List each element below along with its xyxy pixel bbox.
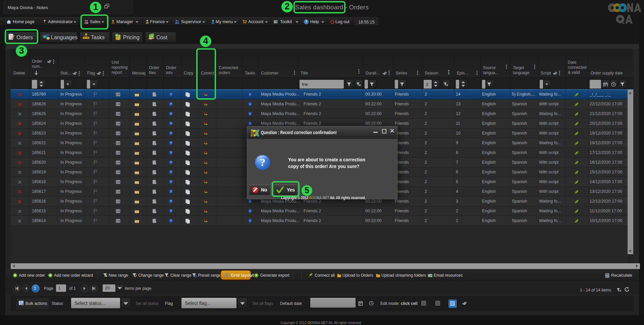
- svg-text:1:9: 1:9: [116, 93, 120, 96]
- svg-text:?: ?: [170, 170, 172, 174]
- svg-text:?: ?: [260, 156, 265, 168]
- svg-text:?: ?: [305, 20, 307, 24]
- svg-text:1:9: 1:9: [116, 171, 120, 174]
- svg-text:1:9: 1:9: [116, 142, 120, 145]
- svg-text:?: ?: [170, 209, 172, 213]
- svg-text:?: ?: [170, 112, 172, 115]
- svg-text:?: ?: [170, 180, 172, 183]
- svg-text:1:9: 1:9: [116, 103, 120, 106]
- svg-text:?: ?: [170, 141, 172, 145]
- svg-text:?: ?: [170, 219, 172, 222]
- svg-text:?: ?: [170, 131, 172, 135]
- svg-text:1:9: 1:9: [116, 200, 120, 203]
- svg-text:1:9: 1:9: [116, 112, 120, 115]
- svg-text:?: ?: [170, 161, 172, 164]
- svg-text:1:9: 1:9: [116, 210, 120, 213]
- svg-text:?: ?: [170, 200, 172, 203]
- svg-text:1:9: 1:9: [116, 190, 120, 193]
- svg-text:?: ?: [170, 122, 172, 125]
- svg-text:?: ?: [170, 102, 172, 106]
- svg-text:1:9: 1:9: [116, 219, 120, 222]
- svg-text:1:9: 1:9: [116, 151, 120, 154]
- svg-text:1:9: 1:9: [116, 180, 120, 183]
- svg-text:1:9: 1:9: [116, 122, 120, 125]
- svg-text:1:9: 1:9: [116, 132, 120, 135]
- svg-text:?: ?: [170, 151, 172, 154]
- svg-text:?: ?: [170, 190, 172, 193]
- svg-text:?: ?: [170, 93, 172, 96]
- svg-text:1:9: 1:9: [116, 161, 120, 164]
